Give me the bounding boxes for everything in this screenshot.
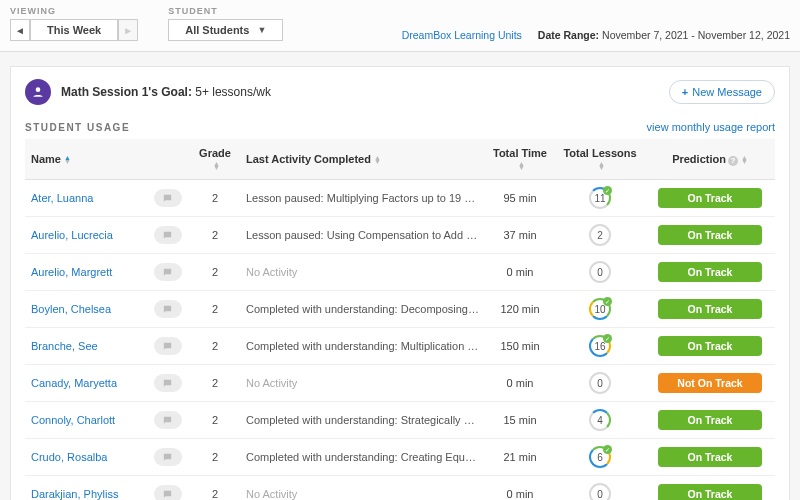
prediction-badge: On Track xyxy=(658,410,762,430)
chat-icon[interactable] xyxy=(154,189,182,207)
student-select[interactable]: All Students ▼ xyxy=(168,19,283,41)
lessons-badge: 0 xyxy=(589,372,611,394)
student-link[interactable]: Branche, See xyxy=(31,340,98,352)
prediction-cell: On Track xyxy=(645,328,775,365)
class-avatar-icon xyxy=(25,79,51,105)
time-cell: 120 min xyxy=(485,291,555,328)
top-filter-bar: VIEWING ◄ This Week ► STUDENT All Studen… xyxy=(0,0,800,52)
student-link[interactable]: Connoly, Charlott xyxy=(31,414,115,426)
chat-cell xyxy=(145,476,190,501)
prediction-badge: Not On Track xyxy=(658,373,762,393)
student-name-cell: Connoly, Charlott xyxy=(25,402,145,439)
units-link[interactable]: DreamBox Learning Units xyxy=(402,29,522,41)
chat-cell xyxy=(145,180,190,217)
lessons-cell: 0 xyxy=(555,365,645,402)
chat-icon[interactable] xyxy=(154,374,182,392)
new-message-button[interactable]: + New Message xyxy=(669,80,775,104)
table-row: Aurelio, Margrett2No Activity0 min0On Tr… xyxy=(25,254,775,291)
table-row: Connoly, Charlott2Completed with underst… xyxy=(25,402,775,439)
student-name-cell: Darakjian, Phyliss xyxy=(25,476,145,501)
usage-table: Name▲▼ Grade▲▼ Last Activity Completed▲▼… xyxy=(25,139,775,500)
check-icon xyxy=(603,445,612,454)
student-name-cell: Canady, Maryetta xyxy=(25,365,145,402)
prediction-badge: On Track xyxy=(658,188,762,208)
lessons-badge: 4 xyxy=(589,409,611,431)
prediction-badge: On Track xyxy=(658,299,762,319)
time-cell: 15 min xyxy=(485,402,555,439)
chat-icon[interactable] xyxy=(154,263,182,281)
chat-cell xyxy=(145,254,190,291)
lessons-badge: 6 xyxy=(589,446,611,468)
student-link[interactable]: Aurelio, Lucrecia xyxy=(31,229,113,241)
plus-icon: + xyxy=(682,86,688,98)
lessons-cell: 0 xyxy=(555,254,645,291)
week-prev-button[interactable]: ◄ xyxy=(10,19,30,41)
prediction-cell: Not On Track xyxy=(645,365,775,402)
student-name-cell: Aurelio, Margrett xyxy=(25,254,145,291)
chat-icon[interactable] xyxy=(154,411,182,429)
lessons-badge: 11 xyxy=(589,187,611,209)
table-row: Boylen, Chelsea2Completed with understan… xyxy=(25,291,775,328)
grade-cell: 2 xyxy=(190,180,240,217)
chat-icon[interactable] xyxy=(154,485,182,500)
col-name[interactable]: Name▲▼ xyxy=(25,139,145,180)
check-icon xyxy=(603,334,612,343)
activity-cell: Completed with understanding: Multiplica… xyxy=(240,328,485,365)
grade-cell: 2 xyxy=(190,328,240,365)
student-name-cell: Ater, Luanna xyxy=(25,180,145,217)
chat-icon[interactable] xyxy=(154,448,182,466)
student-link[interactable]: Crudo, Rosalba xyxy=(31,451,107,463)
help-icon[interactable]: ? xyxy=(728,156,738,166)
prediction-cell: On Track xyxy=(645,476,775,501)
col-grade[interactable]: Grade▲▼ xyxy=(190,139,240,180)
prediction-badge: On Track xyxy=(658,447,762,467)
chat-cell xyxy=(145,365,190,402)
student-name-cell: Boylen, Chelsea xyxy=(25,291,145,328)
chat-icon[interactable] xyxy=(154,300,182,318)
student-name-cell: Crudo, Rosalba xyxy=(25,439,145,476)
viewing-label: VIEWING xyxy=(10,6,138,16)
col-activity[interactable]: Last Activity Completed▲▼ xyxy=(240,139,485,180)
table-row: Darakjian, Phyliss2No Activity0 min0On T… xyxy=(25,476,775,501)
grade-cell: 2 xyxy=(190,291,240,328)
prediction-cell: On Track xyxy=(645,291,775,328)
prediction-cell: On Track xyxy=(645,402,775,439)
table-row: Branche, See2Completed with understandin… xyxy=(25,328,775,365)
prediction-badge: On Track xyxy=(658,225,762,245)
col-time[interactable]: Total Time▲▼ xyxy=(485,139,555,180)
student-name-cell: Branche, See xyxy=(25,328,145,365)
table-row: Crudo, Rosalba2Completed with understand… xyxy=(25,439,775,476)
col-lessons[interactable]: Total Lessons▲▼ xyxy=(555,139,645,180)
activity-cell: No Activity xyxy=(240,254,485,291)
student-link[interactable]: Ater, Luanna xyxy=(31,192,93,204)
activity-cell: Completed with understanding: Strategica… xyxy=(240,402,485,439)
table-row: Canady, Maryetta2No Activity0 min0Not On… xyxy=(25,365,775,402)
student-link[interactable]: Boylen, Chelsea xyxy=(31,303,111,315)
chat-icon[interactable] xyxy=(154,226,182,244)
prediction-cell: On Track xyxy=(645,439,775,476)
activity-cell: Completed with understanding: Creating E… xyxy=(240,439,485,476)
student-label: STUDENT xyxy=(168,6,283,16)
top-right-info: DreamBox Learning Units Date Range: Nove… xyxy=(402,29,790,41)
student-link[interactable]: Darakjian, Phyliss xyxy=(31,488,118,500)
grade-cell: 2 xyxy=(190,365,240,402)
grade-cell: 2 xyxy=(190,254,240,291)
time-cell: 0 min xyxy=(485,365,555,402)
student-link[interactable]: Aurelio, Margrett xyxy=(31,266,112,278)
chat-icon[interactable] xyxy=(154,337,182,355)
lessons-cell: 4 xyxy=(555,402,645,439)
week-select[interactable]: This Week xyxy=(30,19,118,41)
col-prediction[interactable]: Prediction?▲▼ xyxy=(645,139,775,180)
activity-cell: Lesson paused: Multiplying Factors up to… xyxy=(240,180,485,217)
lessons-badge: 2 xyxy=(589,224,611,246)
time-cell: 0 min xyxy=(485,254,555,291)
time-cell: 21 min xyxy=(485,439,555,476)
monthly-report-link[interactable]: view monthly usage report xyxy=(647,121,775,133)
viewing-group: VIEWING ◄ This Week ► xyxy=(10,6,138,41)
week-next-button: ► xyxy=(118,19,138,41)
lessons-badge: 0 xyxy=(589,483,611,500)
student-link[interactable]: Canady, Maryetta xyxy=(31,377,117,389)
check-icon xyxy=(603,297,612,306)
chat-cell xyxy=(145,328,190,365)
date-range-label: Date Range: xyxy=(538,29,599,41)
